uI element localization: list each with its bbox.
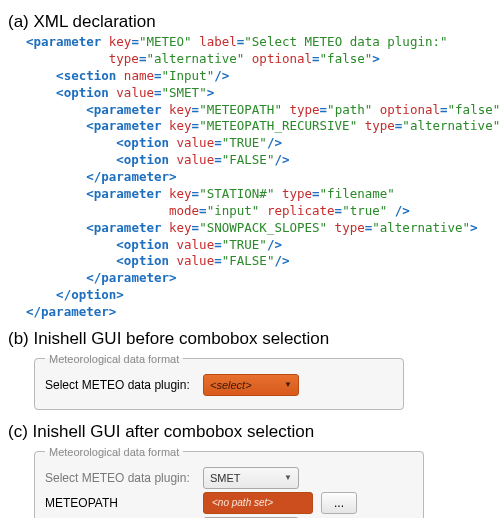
panel-c: Meteorological data format Select METEO … — [32, 446, 492, 518]
label-meteo-plugin-c: Select METEO data plugin: — [45, 471, 195, 485]
combo-value: <select> — [210, 379, 252, 391]
section-a-title: (a) XML declaration — [8, 12, 492, 32]
chevron-down-icon: ▼ — [284, 380, 292, 389]
combo-meteo-plugin-c[interactable]: SMET ▼ — [203, 467, 299, 489]
fieldset-c: Meteorological data format Select METEO … — [34, 446, 424, 518]
label-meteopath: METEOPATH — [45, 496, 195, 510]
combo-meteo-plugin[interactable]: <select> ▼ — [203, 374, 299, 396]
browse-button[interactable]: ... — [321, 492, 357, 514]
chevron-down-icon: ▼ — [284, 473, 292, 482]
input-meteopath[interactable]: <no path set> — [203, 492, 313, 514]
combo-value: SMET — [210, 472, 241, 484]
section-c-title: (c) Inishell GUI after combobox selectio… — [8, 422, 492, 442]
legend-c: Meteorological data format — [45, 446, 183, 458]
xml-code-block: <parameter key="METEO" label="Select MET… — [26, 34, 492, 321]
fieldset-b: Meteorological data format Select METEO … — [34, 353, 404, 410]
panel-b: Meteorological data format Select METEO … — [32, 353, 492, 410]
label-meteo-plugin: Select METEO data plugin: — [45, 378, 195, 392]
section-b-title: (b) Inishell GUI before combobox selecti… — [8, 329, 492, 349]
legend-b: Meteorological data format — [45, 353, 183, 365]
